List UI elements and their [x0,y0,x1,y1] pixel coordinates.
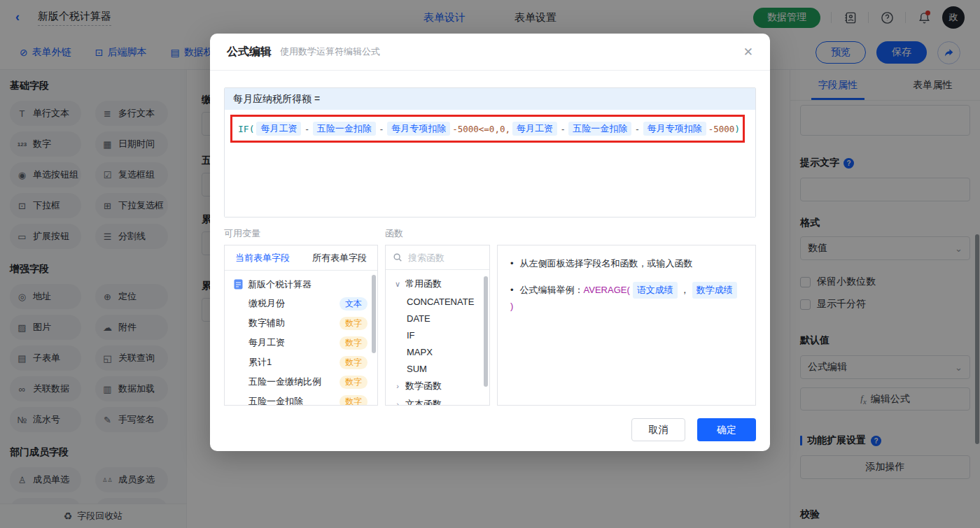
example-chip: 语文成绩 [633,282,678,299]
formula-expression[interactable]: IF(每月工资-五险一金扣除-每月专项扣除-5000<=0,0,每月工资-五险一… [238,122,740,136]
functions-tree: ∨常用函数CONCATENATEDATEIFMAPXSUM›数学函数›文本函数 [386,270,489,406]
formula-textarea[interactable]: IF(每月工资-五险一金扣除-每月专项扣除-5000<=0,0,每月工资-五险一… [225,110,755,217]
modal-title: 公式编辑 [227,45,272,59]
variable-name: 累计1 [248,356,272,369]
functions-panel: ∨常用函数CONCATENATEDATEIFMAPXSUM›数学函数›文本函数 [385,245,490,406]
formula-help-box: • 从左侧面板选择字段名和函数，或输入函数 • 公式编辑举例： AVERAGE(… [497,245,756,406]
variable-type-badge: 数字 [340,395,368,406]
variable-name: 五险一金扣除 [248,395,303,406]
modal-footer: 取消 确定 [224,418,756,441]
variable-type-badge: 文本 [340,297,368,311]
chevron-down-icon: ∨ [394,280,401,289]
formula-token-func: ) [734,124,740,134]
bullet-icon: • [510,256,514,271]
variable-name: 五险一金缴纳比例 [248,376,321,388]
formula-token-num: -5000 [708,124,735,134]
formula-token-chip[interactable]: 每月专项扣除 [643,122,706,136]
modal-header: 公式编辑 使用数学运算符编辑公式 ✕ [210,34,770,71]
variable-name: 数字辅助 [248,317,285,329]
functions-scrollbar[interactable] [484,276,488,387]
function-search-input[interactable] [408,252,471,263]
formula-token-chip[interactable]: 每月工资 [256,122,301,136]
bullet-icon: • [510,283,514,298]
variable-name: 每月工资 [248,336,285,349]
variable-item[interactable]: 每月工资数字 [225,333,377,352]
formula-token-chip[interactable]: 五险一金扣除 [568,122,631,136]
variable-type-badge: 数字 [340,356,368,369]
formula-token-chip[interactable]: 每月专项扣除 [387,122,450,136]
function-item-sum[interactable]: SUM [386,360,489,377]
variable-type-badge: 数字 [340,317,368,330]
variable-type-badge: 数字 [340,336,368,350]
tab-current-form-fields[interactable]: 当前表单字段 [235,252,290,264]
variable-name: 缴税月份 [248,297,285,310]
function-group-expanded[interactable]: ∨常用函数 [386,275,489,293]
variable-item[interactable]: 累计1数字 [225,352,377,372]
help-column: • 从左侧面板选择字段名和函数，或输入函数 • 公式编辑举例： AVERAGE(… [497,227,756,406]
formula-token-op: - [636,124,638,134]
modal-panels: 可用变量 当前表单字段 所有表单字段 新版个税计算器缴税月份文本数字辅助数字每月… [224,227,756,406]
cancel-button[interactable]: 取消 [631,418,685,441]
help-tip-1: • 从左侧面板选择字段名和函数，或输入函数 [510,256,743,271]
function-item-concatenate[interactable]: CONCATENATE [386,293,489,310]
search-icon [393,252,402,262]
variable-item[interactable]: 五险一金扣除数字 [225,392,377,406]
example-chip: 数学成绩 [692,282,737,299]
variable-item[interactable]: 数字辅助数字 [225,313,377,333]
form-doc-icon [234,279,243,290]
variable-item[interactable]: 五险一金缴纳比例数字 [225,372,377,392]
variables-form-name: 新版个税计算器 [248,278,312,291]
variables-panel: 当前表单字段 所有表单字段 新版个税计算器缴税月份文本数字辅助数字每月工资数字累… [224,245,378,406]
variables-tabs: 当前表单字段 所有表单字段 [225,245,377,271]
variables-list: 新版个税计算器缴税月份文本数字辅助数字每月工资数字累计1数字五险一金缴纳比例数字… [225,271,377,406]
function-item-mapx[interactable]: MAPX [386,343,489,360]
formula-token-chip[interactable]: 每月工资 [512,122,557,136]
variables-column: 可用变量 当前表单字段 所有表单字段 新版个税计算器缴税月份文本数字辅助数字每月… [224,227,378,406]
confirm-button[interactable]: 确定 [697,418,756,441]
function-item-date[interactable]: DATE [386,310,489,327]
formula-token-num: -5000<=0,0, [452,124,510,134]
function-item-if[interactable]: IF [386,327,489,343]
functions-label: 函数 [385,227,490,241]
function-group-name: 文本函数 [405,398,442,406]
formula-token-op: - [561,124,564,134]
functions-column: 函数 ∨常用函数CONCATENATEDATEIFMAPXSUM›数学函数›文本… [385,227,490,406]
help-label-spacer [497,227,756,241]
red-annotation-box: IF(每月工资-五险一金扣除-每月专项扣除-5000<=0,0,每月工资-五险一… [230,115,745,143]
formula-token-func: IF( [238,124,254,134]
tab-all-form-fields[interactable]: 所有表单字段 [312,252,367,264]
variables-form-title: 新版个税计算器 [225,275,377,294]
formula-edit-modal: 公式编辑 使用数学运算符编辑公式 ✕ 每月应纳税所得额 = IF(每月工资-五险… [210,34,770,451]
function-group-name: 常用函数 [405,278,442,290]
formula-token-op: - [380,124,383,134]
chevron-right-icon: › [394,382,401,390]
formula-target-label: 每月应纳税所得额 = [225,88,755,110]
function-group-collapsed[interactable]: ›数学函数 [386,377,489,395]
function-group-name: 数学函数 [405,380,442,392]
variables-label: 可用变量 [224,227,378,241]
close-icon[interactable]: ✕ [743,45,753,59]
help-tip-2: • 公式编辑举例： AVERAGE( 语文成绩 ， 数学成绩 ) [510,282,743,314]
modal-subtitle: 使用数学运算符编辑公式 [280,45,380,58]
modal-body: 每月应纳税所得额 = IF(每月工资-五险一金扣除-每月专项扣除-5000<=0… [210,71,770,441]
chevron-right-icon: › [394,400,401,406]
formula-token-chip[interactable]: 五险一金扣除 [313,122,376,136]
formula-token-op: - [305,124,308,134]
function-group-collapsed[interactable]: ›文本函数 [386,395,489,406]
variables-scrollbar[interactable] [372,275,376,353]
formula-editor: 每月应纳税所得额 = IF(每月工资-五险一金扣除-每月专项扣除-5000<=0… [224,87,756,217]
variable-item[interactable]: 缴税月份文本 [225,294,377,313]
function-search[interactable] [386,245,489,270]
variable-type-badge: 数字 [340,376,368,389]
